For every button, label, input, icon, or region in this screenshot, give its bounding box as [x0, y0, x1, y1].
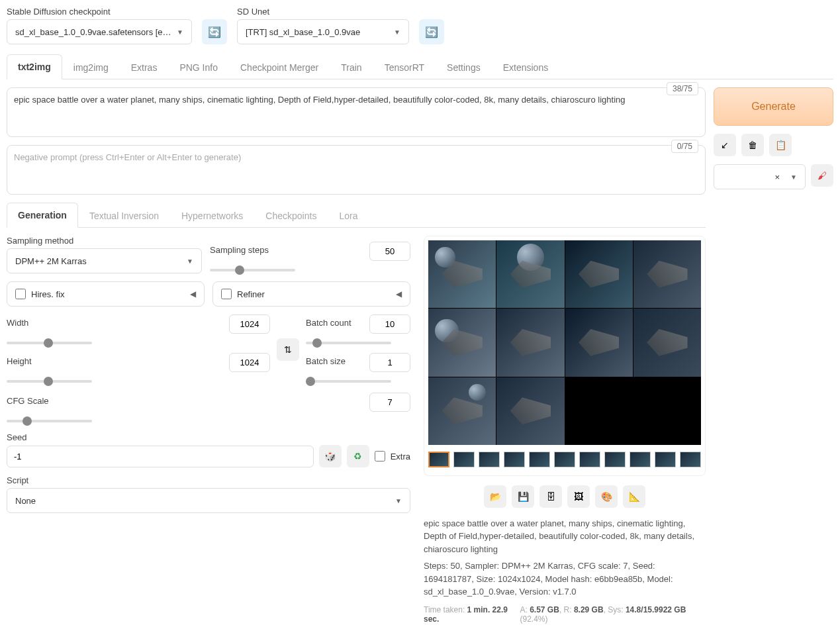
subtab-textual-inversion[interactable]: Textual Inversion	[78, 203, 170, 228]
negative-prompt-input[interactable]	[14, 152, 698, 185]
batch-count-slider[interactable]	[306, 342, 391, 344]
gallery-image[interactable]	[633, 309, 701, 376]
subtab-hypernetworks[interactable]: Hypernetworks	[170, 203, 254, 228]
send-extras-button[interactable]: 📐	[623, 485, 645, 508]
subtab-lora[interactable]: Lora	[328, 203, 369, 228]
reload-icon: 🔄	[425, 26, 438, 38]
batch-size-slider[interactable]	[306, 380, 391, 383]
gallery-image[interactable]	[565, 240, 633, 308]
zip-button[interactable]: 🗄	[539, 485, 562, 508]
tab-tensorrt[interactable]: TensorRT	[373, 54, 436, 79]
gallery-image[interactable]	[428, 377, 496, 445]
unet-dropdown[interactable]: [TRT] sd_xl_base_1.0_0.9vae ▼	[237, 19, 409, 44]
width-label: Width	[7, 318, 28, 328]
reuse-seed-button[interactable]: ♻	[347, 445, 369, 467]
reload-unet-button[interactable]: 🔄	[419, 19, 444, 44]
script-dropdown[interactable]: None ▼	[7, 488, 410, 513]
generate-button[interactable]: Generate	[714, 87, 833, 126]
folder-icon: 📂	[490, 491, 501, 502]
clipboard-icon: 📋	[775, 140, 786, 150]
gallery-empty	[565, 377, 633, 445]
thumbnail[interactable]	[529, 452, 550, 467]
thumbnail[interactable]	[630, 452, 651, 467]
thumbnail[interactable]	[680, 452, 701, 467]
swap-dimensions-button[interactable]: ⇅	[277, 338, 299, 361]
output-params-text: Steps: 50, Sampler: DPM++ 2M Karras, CFG…	[424, 559, 706, 599]
tab-pnginfo[interactable]: PNG Info	[168, 54, 229, 79]
arrow-icon: ↙	[721, 140, 729, 150]
clear-styles-icon[interactable]: ×	[775, 172, 780, 182]
reload-icon: 🔄	[208, 26, 221, 38]
sampling-method-value: DPM++ 2M Karras	[15, 256, 181, 266]
sampling-steps-slider[interactable]	[210, 269, 295, 271]
width-input[interactable]	[229, 314, 270, 334]
image-icon: 🖼	[574, 491, 583, 502]
collapse-icon[interactable]: ◀	[190, 289, 196, 299]
sampling-steps-input[interactable]	[369, 242, 410, 261]
batch-count-label: Batch count	[306, 318, 351, 328]
cfg-slider[interactable]	[7, 420, 92, 422]
open-folder-button[interactable]: 📂	[484, 485, 506, 508]
reload-checkpoint-button[interactable]: 🔄	[202, 19, 227, 44]
save-icon: 💾	[518, 491, 529, 502]
width-slider[interactable]	[7, 342, 92, 344]
checkpoint-label: Stable Diffusion checkpoint	[7, 7, 192, 17]
batch-count-input[interactable]	[369, 314, 410, 334]
send-img2img-button[interactable]: 🖼	[567, 485, 590, 508]
tab-img2img[interactable]: img2img	[62, 54, 120, 79]
styles-dropdown[interactable]: × ▼	[714, 164, 806, 189]
cfg-input[interactable]	[369, 393, 410, 412]
subtab-checkpoints[interactable]: Checkpoints	[254, 203, 328, 228]
save-button[interactable]: 💾	[512, 485, 534, 508]
thumbnail[interactable]	[655, 452, 676, 467]
checkpoint-value: sd_xl_base_1.0_0.9vae.safetensors [e6bb9…	[15, 27, 171, 37]
interrogate-button[interactable]: ↙	[714, 134, 736, 156]
clear-prompt-button[interactable]: 🗑	[741, 134, 764, 156]
seed-input[interactable]	[7, 446, 314, 467]
thumbnail[interactable]	[428, 452, 449, 467]
thumbnail[interactable]	[579, 452, 600, 467]
height-slider[interactable]	[7, 380, 92, 383]
tab-settings[interactable]: Settings	[436, 54, 492, 79]
checkpoint-dropdown[interactable]: sd_xl_base_1.0_0.9vae.safetensors [e6bb9…	[7, 19, 192, 44]
gallery-image[interactable]	[428, 309, 496, 376]
height-label: Height	[7, 356, 32, 366]
thumbnail[interactable]	[604, 452, 626, 467]
tab-train[interactable]: Train	[330, 54, 373, 79]
batch-size-input[interactable]	[369, 353, 410, 372]
tab-txt2img[interactable]: txt2img	[7, 54, 62, 79]
subtab-generation[interactable]: Generation	[7, 203, 78, 228]
height-input[interactable]	[229, 353, 270, 372]
extra-seed-checkbox[interactable]	[375, 451, 385, 461]
tab-checkpoint-merger[interactable]: Checkpoint Merger	[229, 54, 330, 79]
mem-a-label: A:	[520, 605, 530, 614]
thumbnail[interactable]	[453, 452, 475, 467]
script-value: None	[15, 496, 390, 506]
tab-extensions[interactable]: Extensions	[492, 54, 559, 79]
hires-fix-label: Hires. fix	[31, 289, 65, 299]
gallery-image[interactable]	[565, 309, 633, 376]
prompt-input[interactable]	[14, 95, 698, 128]
thumbnail[interactable]	[504, 452, 525, 467]
swap-icon: ⇅	[284, 344, 292, 355]
sampling-method-dropdown[interactable]: DPM++ 2M Karras ▼	[7, 248, 202, 273]
tab-extras[interactable]: Extras	[120, 54, 169, 79]
cfg-label: CFG Scale	[7, 396, 49, 406]
random-seed-button[interactable]: 🎲	[319, 445, 342, 467]
refiner-label: Refiner	[237, 289, 265, 299]
collapse-icon[interactable]: ◀	[396, 289, 402, 299]
gallery-image[interactable]	[496, 309, 564, 376]
send-inpaint-button[interactable]: 🎨	[595, 485, 618, 508]
edit-styles-button[interactable]: 🖌	[811, 164, 833, 187]
hires-fix-checkbox[interactable]	[15, 289, 26, 299]
gallery-image[interactable]	[428, 240, 496, 308]
paste-button[interactable]: 📋	[769, 134, 792, 156]
gallery-image[interactable]	[633, 240, 701, 308]
thumbnail[interactable]	[554, 452, 575, 467]
gallery-image[interactable]	[496, 377, 564, 445]
chevron-down-icon: ▼	[394, 28, 400, 36]
gallery-image[interactable]	[496, 240, 564, 308]
refiner-checkbox[interactable]	[221, 289, 232, 299]
thumbnail[interactable]	[479, 452, 500, 467]
chevron-down-icon: ▼	[395, 497, 402, 505]
